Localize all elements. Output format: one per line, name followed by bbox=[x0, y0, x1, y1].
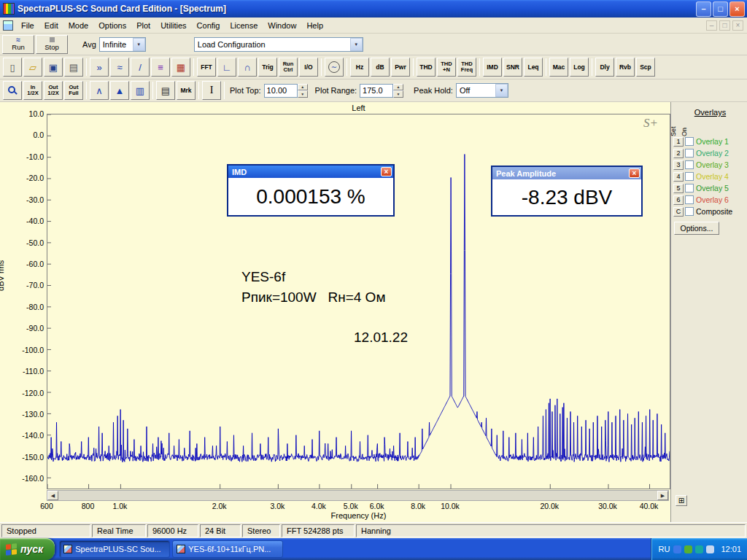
line-plot-button[interactable]: ∧ bbox=[90, 81, 109, 100]
bar-plot-button[interactable]: ▥ bbox=[131, 81, 150, 100]
spectrum-window-icon[interactable] bbox=[3, 20, 13, 31]
avg-dropdown-arrow-icon[interactable]: ▼ bbox=[133, 38, 145, 51]
grid-toggle-button[interactable]: ⊞ bbox=[676, 495, 687, 506]
open-file-button[interactable]: ▱ bbox=[23, 58, 42, 77]
peak-hold-dropdown-arrow-icon[interactable]: ▼ bbox=[495, 84, 508, 97]
spectrogram-button[interactable]: ▦ bbox=[171, 58, 190, 77]
menu-config[interactable]: Config bbox=[192, 19, 225, 32]
trigger-button[interactable]: Trig bbox=[258, 58, 277, 77]
run-control-button[interactable]: RunCtrl bbox=[279, 58, 298, 77]
overlay-set-button-6[interactable]: 6 bbox=[673, 195, 684, 205]
data-table-button[interactable]: ▤ bbox=[156, 81, 175, 100]
menu-help[interactable]: Help bbox=[301, 19, 328, 32]
zoom-in-half-button[interactable]: In1/2X bbox=[23, 81, 42, 100]
logging-button[interactable]: Log bbox=[570, 58, 589, 77]
plot-top-spinner[interactable]: ▲ ▼ bbox=[298, 84, 308, 98]
menu-file[interactable]: File bbox=[16, 19, 39, 32]
scroll-right-icon[interactable]: ▶ bbox=[657, 491, 668, 500]
imd-close-icon[interactable]: × bbox=[381, 167, 392, 176]
run-button[interactable]: ≈ Run bbox=[2, 35, 34, 54]
zoom-out-full-button[interactable]: OutFull bbox=[64, 81, 83, 100]
peak-amplitude-close-icon[interactable]: × bbox=[629, 168, 640, 178]
plot-range-spinner[interactable]: ▲ ▼ bbox=[393, 84, 403, 98]
overlay-set-button-4[interactable]: 4 bbox=[673, 172, 684, 182]
avg-select[interactable]: Infinite ▼ bbox=[99, 37, 146, 52]
taskbar-task-0[interactable]: SpectraPLUS-SC Sou... bbox=[59, 540, 170, 558]
zoom-waveform-button[interactable]: ≈ bbox=[110, 58, 129, 77]
overlay-set-button-2[interactable]: 2 bbox=[673, 149, 684, 158]
tray-icon-3[interactable] bbox=[695, 545, 703, 553]
thd-button[interactable]: THD bbox=[417, 58, 436, 77]
markers-button[interactable]: Mrk bbox=[177, 81, 196, 100]
delay-button[interactable]: Dly bbox=[595, 58, 614, 77]
menu-utilities[interactable]: Utilities bbox=[155, 19, 191, 32]
reverb-button[interactable]: Rvb bbox=[616, 58, 635, 77]
plot-range-input[interactable] bbox=[360, 84, 393, 98]
overlay-set-button-5[interactable]: 5 bbox=[673, 184, 684, 193]
plot-h-scrollbar[interactable]: ◀ ▶ bbox=[47, 490, 669, 501]
menu-license[interactable]: License bbox=[225, 19, 263, 32]
scrollbar-track[interactable] bbox=[58, 491, 657, 500]
overlay-on-checkbox-4[interactable] bbox=[685, 172, 694, 181]
overlay-on-checkbox-1[interactable] bbox=[685, 137, 694, 146]
overlays-options-button[interactable]: Options... bbox=[674, 222, 719, 235]
save-file-button[interactable]: ▣ bbox=[44, 58, 63, 77]
input-output-button[interactable]: I/O bbox=[299, 58, 318, 77]
zoom-out-half-button[interactable]: Out1/2X bbox=[44, 81, 63, 100]
overlay-on-checkbox-C[interactable] bbox=[685, 207, 694, 216]
start-button[interactable]: пуск bbox=[0, 538, 55, 560]
overlay-set-button-1[interactable]: 1 bbox=[673, 137, 684, 147]
imd-button[interactable]: IMD bbox=[483, 58, 502, 77]
scroll-left-icon[interactable]: ◀ bbox=[47, 491, 58, 500]
hz-units-button[interactable]: Hz bbox=[350, 58, 369, 77]
thd-freq-button[interactable]: THDFreq bbox=[457, 58, 476, 77]
snr-button[interactable]: SNR bbox=[503, 58, 522, 77]
overlay-on-checkbox-6[interactable] bbox=[685, 195, 694, 204]
slope-button[interactable]: / bbox=[131, 58, 150, 77]
mdi-minimize-button[interactable]: – bbox=[706, 20, 717, 31]
imd-window-titlebar[interactable]: IMD × bbox=[228, 166, 393, 178]
menu-plot[interactable]: Plot bbox=[131, 19, 155, 32]
zoom-button[interactable] bbox=[3, 81, 22, 100]
peak-amplitude-window[interactable]: Peak Amplitude × -8.23 dBV bbox=[491, 166, 643, 217]
overlay-set-button-C[interactable]: C bbox=[673, 207, 684, 217]
tray-icon-4[interactable] bbox=[706, 545, 714, 553]
stop-button[interactable]: Stop bbox=[36, 35, 68, 54]
imd-window[interactable]: IMD × 0.000153 % bbox=[227, 164, 395, 217]
filled-plot-button[interactable]: ▲ bbox=[110, 81, 129, 100]
mdi-restore-button[interactable]: □ bbox=[719, 20, 730, 31]
overlay-on-checkbox-5[interactable] bbox=[685, 184, 694, 192]
fft-button[interactable]: FFT bbox=[197, 58, 216, 77]
load-configuration-dropdown-arrow-icon[interactable]: ▼ bbox=[350, 38, 363, 51]
overlay-on-checkbox-2[interactable] bbox=[685, 149, 694, 158]
scope-button[interactable]: Scp bbox=[636, 58, 655, 77]
step-response-button[interactable]: ∟ bbox=[217, 58, 236, 77]
macro-button[interactable]: Mac bbox=[549, 58, 568, 77]
language-indicator[interactable]: RU bbox=[659, 545, 670, 553]
spectrum-plot[interactable]: S+ YES-6f Рпик=100W Rн=4 Ом 12.01.22 IMD… bbox=[47, 114, 670, 489]
new-file-button[interactable]: ▯ bbox=[3, 58, 22, 77]
signal-generator-button[interactable]: ∼ bbox=[325, 58, 344, 77]
bell-curve-button[interactable]: ∩ bbox=[238, 58, 257, 77]
menu-edit[interactable]: Edit bbox=[39, 19, 63, 32]
overlays-title[interactable]: Overlays bbox=[673, 108, 747, 117]
peak-hold-select[interactable]: Off ▼ bbox=[456, 83, 508, 98]
measure-cursor-button[interactable]: I bbox=[202, 81, 221, 100]
menu-mode[interactable]: Mode bbox=[63, 19, 94, 32]
plot-top-input[interactable] bbox=[264, 84, 298, 98]
tray-icon-2[interactable] bbox=[684, 545, 692, 553]
overlay-on-checkbox-3[interactable] bbox=[685, 160, 694, 169]
fast-forward-button[interactable]: » bbox=[90, 58, 109, 77]
menu-window[interactable]: Window bbox=[263, 19, 301, 32]
close-button[interactable]: × bbox=[729, 1, 745, 17]
maximize-button[interactable]: □ bbox=[713, 1, 728, 17]
overlay-set-button-3[interactable]: 3 bbox=[673, 160, 684, 170]
leq-button[interactable]: Leq bbox=[524, 58, 543, 77]
waterfall-button[interactable]: ≡ bbox=[151, 58, 170, 77]
peak-amplitude-titlebar[interactable]: Peak Amplitude × bbox=[492, 167, 641, 179]
taskbar-task-1[interactable]: YES-6f-10+11кГц.PN... bbox=[172, 540, 283, 558]
tray-icon-1[interactable] bbox=[673, 545, 681, 553]
load-configuration-select[interactable]: Load Configuration ▼ bbox=[194, 37, 363, 52]
menu-options[interactable]: Options bbox=[93, 19, 131, 32]
mdi-close-button[interactable]: × bbox=[732, 20, 743, 31]
